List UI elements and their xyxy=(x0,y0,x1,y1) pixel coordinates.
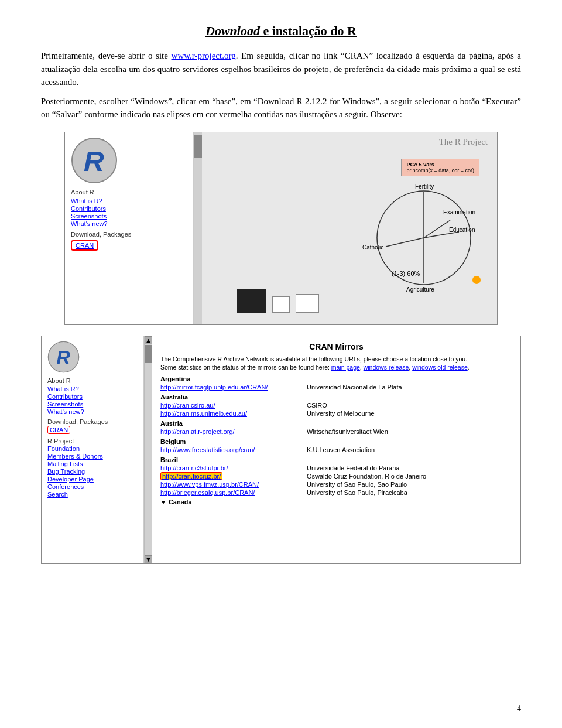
ss2-conferences-link[interactable]: Conferences xyxy=(47,483,138,490)
svg-text:Agriculture: Agriculture xyxy=(406,286,434,293)
mirror-link[interactable]: http://mirror.fcaglp.unlp.edu.ar/CRAN/ xyxy=(160,384,268,391)
page-number: 4 xyxy=(517,704,521,713)
cran-windows-old-link[interactable]: windows old release xyxy=(412,364,468,371)
page-title: Download e instalação do R xyxy=(41,23,521,39)
pca-title: PCA 5 vars xyxy=(406,162,474,168)
ss1-about-r-label: About R xyxy=(71,189,187,196)
ss2-cran-link[interactable]: CRAN xyxy=(47,426,70,434)
svg-text:R: R xyxy=(56,346,70,368)
ss2-bug-tracking-link[interactable]: Bug Tracking xyxy=(47,468,138,475)
ss1-scrollbar-thumb[interactable] xyxy=(194,135,203,158)
svg-line-4 xyxy=(386,238,424,247)
ss2-what-is-r-link[interactable]: What is R? xyxy=(47,385,138,392)
ss2-rproject-section-label: R Project xyxy=(47,438,138,445)
mirror-link[interactable]: http://brieger.esalq.usp.br/CRAN/ xyxy=(160,489,255,496)
mirror-link[interactable]: http://cran.ms.unimelb.edu.au/ xyxy=(160,410,247,417)
ss1-what-is-r-link[interactable]: What is R? xyxy=(71,197,187,204)
mirror-row: http://brieger.esalq.usp.br/CRAN/ Univer… xyxy=(160,489,512,496)
ss2-members-donors-link[interactable]: Members & Donors xyxy=(47,453,138,460)
ss1-white-rect2 xyxy=(296,294,319,313)
r-logo-1: R xyxy=(71,137,187,185)
ss2-scrollbar[interactable]: ▲ ▼ xyxy=(144,336,152,563)
intro-paragraph: Primeiramente, deve-se abrir o site www.… xyxy=(41,49,521,89)
ss1-black-rect1 xyxy=(237,289,266,313)
mirror-row: http://www.freestatistics.org/cran/ K.U.… xyxy=(160,446,512,453)
ss2-screenshots-link[interactable]: Screenshots xyxy=(47,401,138,408)
ss1-cran-button[interactable]: CRAN xyxy=(71,240,98,251)
screenshot1-box: R About R What is R? Contributors Screen… xyxy=(64,132,498,325)
mirror-link[interactable]: http://cran.at.r-project.org/ xyxy=(160,428,235,435)
svg-text:(1-3) 60%: (1-3) 60% xyxy=(392,270,420,277)
second-paragraph: Posteriormente, escolher “Windows”, clic… xyxy=(41,95,521,121)
ss2-navigation: About R What is R? Contributors Screensh… xyxy=(47,377,138,498)
country-canada: Canada xyxy=(169,498,192,505)
ss1-scrollbar[interactable] xyxy=(194,132,202,324)
ss2-inner-layout: R About R What is R? Contributors Screen… xyxy=(42,336,520,563)
mirror-row: http://cran.at.r-project.org/ Wirtschaft… xyxy=(160,428,512,435)
svg-text:Education: Education xyxy=(449,227,475,233)
cran-main-page-link[interactable]: main page xyxy=(331,364,360,371)
ss2-content-area: CRAN Mirrors The Comprehensive R Archive… xyxy=(152,336,520,563)
ss2-contributors-link[interactable]: Contributors xyxy=(47,393,138,400)
mirror-link-highlighted[interactable]: http://cran.fiocruz.br/ xyxy=(160,472,222,480)
ss1-screenshots-link[interactable]: Screenshots xyxy=(71,213,187,220)
ss2-search-link[interactable]: Search xyxy=(47,491,138,498)
r-logo-2: R xyxy=(47,341,138,374)
ss2-scroll-down[interactable]: ▼ xyxy=(145,555,153,563)
mirror-row: http://mirror.fcaglp.unlp.edu.ar/CRAN/ U… xyxy=(160,384,512,391)
title-rest: e instalação do R xyxy=(260,23,357,38)
ss2-developer-page-link[interactable]: Developer Page xyxy=(47,476,138,483)
ss2-about-r-label: About R xyxy=(47,377,138,384)
ss2-scrollbar-thumb[interactable] xyxy=(145,345,153,363)
mirror-link[interactable]: http://cran.csiro.au/ xyxy=(160,402,215,409)
page: Download e instalação do R Primeiramente… xyxy=(0,0,562,610)
ss1-rproject-header: The R Project xyxy=(439,137,488,147)
ss1-orange-dot xyxy=(472,276,481,284)
cran-mirrors-title: CRAN Mirrors xyxy=(160,342,512,351)
screenshot2-box: R About R What is R? Contributors Screen… xyxy=(41,336,521,564)
ss1-left-nav: R About R What is R? Contributors Screen… xyxy=(65,132,194,324)
ss2-foundation-link[interactable]: Foundation xyxy=(47,445,138,452)
title-download: Download xyxy=(205,23,260,38)
mirror-row: http://cran.csiro.au/ CSIRO xyxy=(160,402,512,409)
pca-subtitle: princomp(x = data, cor = cor) xyxy=(406,168,474,173)
country-australia: Australia xyxy=(160,394,512,401)
ss1-pca-box: PCA 5 vars princomp(x = data, cor = cor) xyxy=(401,159,479,176)
ss1-white-rect xyxy=(272,296,290,313)
mirror-row: http://cran.fiocruz.br/ Oswaldo Cruz Fou… xyxy=(160,473,512,480)
country-argentina: Argentina xyxy=(160,375,512,382)
cran-desc1: The Comprehensive R Archive Network is a… xyxy=(160,355,512,372)
ss1-content-area: The R Project PCA 5 vars princomp(x = da… xyxy=(202,132,497,324)
mirror-link[interactable]: http://cran-r.c3sl.ufpr.br/ xyxy=(160,464,228,471)
country-austria: Austria xyxy=(160,420,512,427)
ss2-scroll-up[interactable]: ▲ xyxy=(145,336,153,344)
ss1-contributors-link[interactable]: Contributors xyxy=(71,205,187,212)
mirror-link[interactable]: http://www.freestatistics.org/cran/ xyxy=(160,446,255,453)
expand-icon: ▼ xyxy=(160,499,166,505)
ss1-pca-chart: Fertility Catholic Examination Education… xyxy=(357,179,491,296)
ss1-download-section-label: Download, Packages xyxy=(71,231,187,238)
mirror-link[interactable]: http://www.vps.fmvz.usp.br/CRAN/ xyxy=(160,481,259,488)
ss2-whats-new-link[interactable]: What's new? xyxy=(47,408,138,415)
country-belgium: Belgium xyxy=(160,438,512,445)
country-canada-row: ▼ Canada xyxy=(160,498,512,507)
ss2-mailing-lists-link[interactable]: Mailing Lists xyxy=(47,460,138,467)
svg-text:R: R xyxy=(84,146,104,177)
mirror-row: http://cran-r.c3sl.ufpr.br/ Universidade… xyxy=(160,464,512,471)
mirror-row: http://www.vps.fmvz.usp.br/CRAN/ Univers… xyxy=(160,481,512,488)
cran-windows-release-link[interactable]: windows release xyxy=(364,364,409,371)
ss1-navigation: About R What is R? Contributors Screensh… xyxy=(71,189,187,251)
ss2-download-section-label: Download, Packages xyxy=(47,418,138,425)
ss1-whats-new-link[interactable]: What's new? xyxy=(71,220,187,227)
ss2-left-nav: R About R What is R? Contributors Screen… xyxy=(42,336,144,563)
svg-text:Fertility: Fertility xyxy=(415,183,434,190)
mirror-row: http://cran.ms.unimelb.edu.au/ Universit… xyxy=(160,410,512,417)
svg-text:Examination: Examination xyxy=(443,209,475,216)
country-brazil: Brazil xyxy=(160,456,512,463)
rproject-link[interactable]: www.r-project.org xyxy=(172,51,236,60)
svg-text:Catholic: Catholic xyxy=(362,244,383,251)
